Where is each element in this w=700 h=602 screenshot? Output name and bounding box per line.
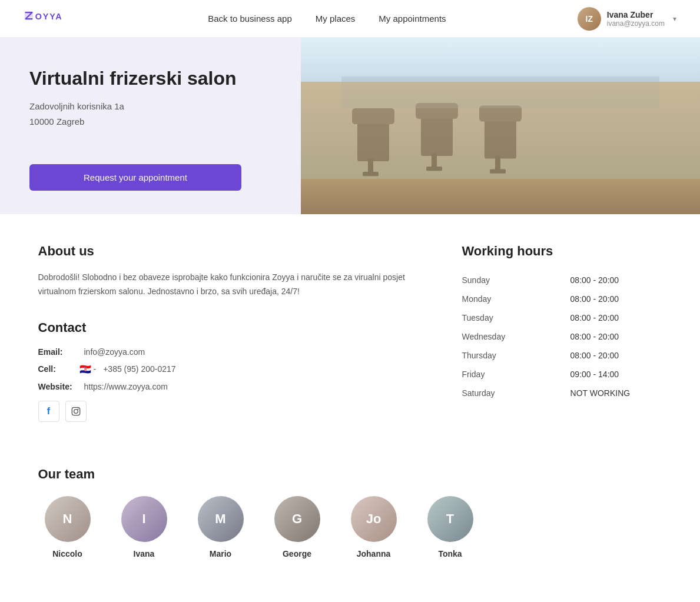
svg-point-17 [74, 409, 78, 413]
hours-value: 08:00 - 20:00 [570, 346, 662, 365]
hero-info-panel: Virtualni frizerski salon Zadovoljnih ko… [0, 38, 301, 214]
svg-rect-6 [421, 114, 453, 156]
svg-rect-10 [485, 117, 516, 159]
user-name: Ivana Zuber [607, 10, 665, 19]
user-email: ivana@zoyya.com [607, 19, 665, 28]
hero-image [301, 38, 700, 214]
hours-day: Tuesday [462, 308, 570, 327]
instagram-icon[interactable] [65, 401, 87, 422]
hours-row: Wednesday 08:00 - 20:00 [462, 327, 662, 346]
left-column: About us Dobrodošli! Slobodno i bez obav… [38, 244, 415, 443]
avatar-initials: IZ [586, 14, 593, 24]
team-name-tonka: Tonka [438, 549, 462, 558]
address-line2: 10000 Zagreb [29, 114, 271, 129]
team-member-ivana[interactable]: I Ivana [115, 496, 174, 558]
hours-value: 08:00 - 20:00 [570, 271, 662, 290]
team-avatar-george: G [274, 496, 320, 542]
logo[interactable]: OYYA [24, 8, 77, 29]
hours-day: Thursday [462, 346, 570, 365]
svg-rect-2 [357, 119, 389, 161]
hours-value: 09:00 - 14:00 [570, 365, 662, 384]
hours-day: Wednesday [462, 327, 570, 346]
hours-row: Sunday 08:00 - 20:00 [462, 271, 662, 290]
salon-address: Zadovoljnih korisnika 1a 10000 Zagreb [29, 99, 271, 129]
hours-day: Friday [462, 365, 570, 384]
right-column: Working hours Sunday 08:00 - 20:00 Monda… [462, 244, 662, 443]
my-appointments-link[interactable]: My appointments [379, 14, 446, 24]
facebook-icon[interactable]: f [38, 401, 59, 422]
about-text: Dobrodošli! Slobodno i bez obaveze ispro… [38, 271, 415, 299]
team-member-niccolo[interactable]: N Niccolo [38, 496, 97, 558]
hours-value: 08:00 - 20:00 [570, 308, 662, 327]
working-hours-title: Working hours [462, 244, 662, 259]
hours-table: Sunday 08:00 - 20:00 Monday 08:00 - 20:0… [462, 271, 662, 403]
website-label: Website: [38, 382, 79, 391]
hero-section: Virtualni frizerski salon Zadovoljnih ko… [0, 38, 700, 214]
hours-row: Friday 09:00 - 14:00 [462, 365, 662, 384]
cell-value: +385 (95) 200-0217 [103, 364, 175, 374]
contact-cell-row: Cell: 🇭🇷 - +385 (95) 200-0217 [38, 364, 415, 375]
svg-rect-15 [341, 82, 659, 108]
contact-title: Contact [38, 320, 415, 335]
hours-value: 08:00 - 20:00 [570, 327, 662, 346]
team-name-george: George [283, 549, 311, 558]
team-name-ivana: Ivana [134, 549, 155, 558]
nav-links: Back to business app My places My appoin… [208, 14, 446, 24]
contact-website-row: Website: https://www.zoyya.com [38, 382, 415, 391]
hours-row: Saturday NOT WORKING [462, 384, 662, 403]
website-value[interactable]: https://www.zoyya.com [84, 382, 168, 391]
main-content: About us Dobrodošli! Slobodno i bez obav… [15, 214, 686, 588]
contact-section: Contact Email: info@zoyya.com Cell: 🇭🇷 -… [38, 320, 415, 422]
hours-day: Sunday [462, 271, 570, 290]
team-member-johanna[interactable]: Jo Johanna [344, 496, 403, 558]
team-grid: N Niccolo I Ivana M Mario G George Jo Jo… [38, 496, 662, 558]
my-places-link[interactable]: My places [316, 14, 356, 24]
team-name-johanna: Johanna [357, 549, 391, 558]
team-name-niccolo: Niccolo [52, 549, 82, 558]
flag-icon: 🇭🇷 [79, 364, 91, 375]
hours-row: Thursday 08:00 - 20:00 [462, 346, 662, 365]
user-menu[interactable]: IZ Ivana Zuber ivana@zoyya.com ▾ [578, 7, 676, 31]
team-avatar-johanna: Jo [351, 496, 397, 542]
team-avatar-mario: M [198, 496, 244, 542]
svg-point-18 [77, 408, 78, 410]
team-member-george[interactable]: G George [268, 496, 327, 558]
svg-rect-9 [426, 167, 442, 171]
svg-rect-16 [72, 407, 79, 415]
back-to-business-link[interactable]: Back to business app [208, 14, 292, 24]
hours-row: Tuesday 08:00 - 20:00 [462, 308, 662, 327]
team-section: Our team N Niccolo I Ivana M Mario G Geo… [38, 467, 662, 558]
social-links: f [38, 401, 415, 422]
hero-text: Virtualni frizerski salon Zadovoljnih ko… [29, 67, 271, 147]
svg-rect-14 [341, 77, 659, 82]
team-title: Our team [38, 467, 662, 482]
svg-rect-5 [363, 172, 379, 176]
salon-image [301, 38, 700, 214]
svg-rect-13 [490, 169, 506, 174]
avatar: IZ [578, 7, 601, 31]
salon-title: Virtualni frizerski salon [29, 67, 271, 89]
email-value[interactable]: info@zoyya.com [84, 347, 145, 357]
dash-separator: - [94, 364, 97, 374]
team-member-mario[interactable]: M Mario [191, 496, 250, 558]
hours-value: NOT WORKING [570, 384, 662, 403]
cell-label: Cell: [38, 364, 79, 374]
address-line1: Zadovoljnih korisnika 1a [29, 99, 271, 114]
contact-email-row: Email: info@zoyya.com [38, 347, 415, 357]
navbar: OYYA Back to business app My places My a… [0, 0, 700, 38]
chevron-down-icon: ▾ [673, 15, 676, 23]
svg-text:OYYA: OYYA [35, 11, 63, 21]
hours-value: 08:00 - 20:00 [570, 290, 662, 308]
team-member-tonka[interactable]: T Tonka [421, 496, 480, 558]
team-avatar-ivana: I [121, 496, 167, 542]
user-info: Ivana Zuber ivana@zoyya.com [607, 10, 665, 28]
team-name-mario: Mario [210, 549, 231, 558]
hours-row: Monday 08:00 - 20:00 [462, 290, 662, 308]
hours-day: Saturday [462, 384, 570, 403]
email-label: Email: [38, 347, 79, 357]
about-title: About us [38, 244, 415, 259]
team-avatar-tonka: T [427, 496, 473, 542]
request-appointment-button[interactable]: Request your appointment [29, 164, 241, 191]
working-hours-section: Working hours Sunday 08:00 - 20:00 Monda… [462, 244, 662, 403]
hours-day: Monday [462, 290, 570, 308]
